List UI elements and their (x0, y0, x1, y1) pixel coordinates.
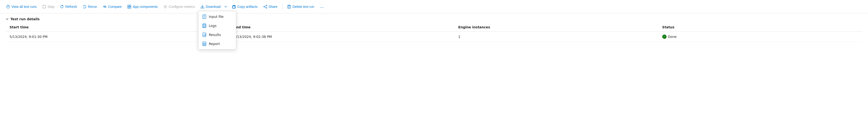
rerun-button[interactable]: Rerun (80, 3, 99, 10)
download-button[interactable]: Download (198, 3, 223, 10)
toolbar-separator (282, 4, 282, 9)
stop-label: Stop (48, 5, 55, 8)
svg-line-21 (265, 6, 266, 6)
status-done-icon: ✓ (662, 35, 666, 39)
svg-rect-13 (205, 43, 206, 44)
table-header: Start time End time Engine instances Sta… (6, 23, 862, 32)
svg-point-0 (7, 5, 10, 8)
col-header-engine-instances: Engine instances (454, 23, 658, 32)
configure-metrics-icon (163, 5, 167, 8)
svg-rect-3 (129, 5, 131, 6)
refresh-icon (60, 5, 64, 8)
svg-point-19 (266, 5, 267, 6)
cell-status: ✓ Done (658, 32, 862, 42)
toolbar: View all test runs Stop Refresh Rerun (0, 0, 868, 13)
dropdown-item-input-file[interactable]: Input file (198, 12, 236, 21)
col-header-start-time: Start time (6, 23, 230, 32)
svg-rect-5 (129, 7, 131, 8)
dropdown-item-logs[interactable]: Logs (198, 21, 236, 30)
table-row: 5/13/2024, 9:01:30 PM 5/13/2024, 9:02:38… (6, 32, 862, 42)
compare-label: Compare (108, 5, 122, 8)
view-all-button[interactable]: View all test runs (4, 3, 39, 10)
svg-point-18 (264, 6, 265, 7)
cell-engine-instances: 1 (454, 32, 658, 42)
stop-icon (42, 5, 46, 8)
section-title: Test run details (10, 17, 39, 21)
view-all-icon (6, 5, 10, 8)
compare-button[interactable]: Compare (100, 3, 124, 10)
col-header-status: Status (658, 23, 862, 32)
logs-icon (202, 24, 207, 28)
input-file-icon (202, 14, 207, 19)
download-chevron-button[interactable] (223, 4, 228, 9)
svg-point-20 (266, 7, 267, 8)
configure-metrics-label: Configure metrics (168, 5, 195, 8)
svg-line-22 (265, 7, 266, 8)
refresh-button[interactable]: Refresh (58, 3, 79, 10)
section-header: Test run details (0, 13, 868, 23)
cell-start-time: 5/13/2024, 9:01:30 PM (6, 32, 230, 42)
svg-rect-2 (128, 5, 129, 6)
status-done: ✓ Done (662, 35, 859, 39)
download-dropdown-menu: Input file Logs (198, 11, 236, 50)
share-button[interactable]: Share (261, 3, 280, 10)
copy-artifacts-label: Copy artifacts (237, 5, 258, 8)
svg-rect-15 (205, 44, 206, 45)
rerun-label: Rerun (88, 5, 97, 8)
app-components-label: App components (133, 5, 158, 8)
delete-icon (287, 5, 291, 8)
svg-point-6 (165, 6, 166, 7)
refresh-label: Refresh (65, 5, 77, 8)
delete-button[interactable]: Delete test run (285, 3, 316, 10)
app-components-icon (127, 5, 131, 8)
download-label: Download (206, 5, 220, 8)
rerun-icon (83, 5, 87, 8)
svg-rect-12 (203, 43, 204, 44)
table-wrapper: Start time End time Engine instances Sta… (0, 23, 868, 42)
logs-label: Logs (209, 24, 216, 28)
copy-artifacts-button[interactable]: Copy artifacts (229, 3, 260, 10)
download-group: Download Input file (198, 3, 228, 10)
cell-end-time: 5/13/2024, 9:02:38 PM (230, 32, 454, 42)
copy-artifacts-icon (232, 5, 236, 8)
svg-rect-4 (128, 7, 129, 8)
share-label: Share (269, 5, 277, 8)
report-label: Report (209, 42, 220, 46)
delete-label: Delete test run (292, 5, 314, 8)
more-label: ... (320, 5, 324, 8)
dropdown-item-results[interactable]: Results (198, 30, 236, 39)
dropdown-item-report[interactable]: Report (198, 39, 236, 49)
report-icon (202, 42, 207, 46)
section-chevron-icon[interactable] (6, 18, 8, 21)
table-body: 5/13/2024, 9:01:30 PM 5/13/2024, 9:02:38… (6, 32, 862, 42)
svg-rect-23 (288, 5, 290, 8)
more-button[interactable]: ... (317, 3, 327, 10)
svg-rect-14 (203, 44, 204, 45)
app-components-button[interactable]: App components (125, 3, 160, 10)
results-icon (202, 33, 207, 37)
input-file-label: Input file (209, 15, 224, 19)
download-icon (200, 5, 204, 8)
view-all-label: View all test runs (11, 5, 37, 8)
results-label: Results (209, 33, 221, 37)
compare-icon (103, 5, 107, 8)
configure-metrics-button[interactable]: Configure metrics (161, 3, 197, 10)
test-run-table: Start time End time Engine instances Sta… (6, 23, 862, 42)
main-content: Test run details Start time End time Eng… (0, 13, 868, 42)
svg-rect-1 (43, 5, 46, 8)
stop-button[interactable]: Stop (40, 3, 57, 10)
share-icon (264, 5, 267, 8)
col-header-end-time: End time (230, 23, 454, 32)
